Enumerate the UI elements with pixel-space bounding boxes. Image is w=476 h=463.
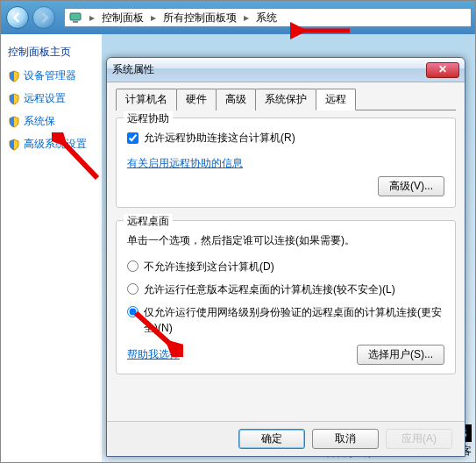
apply-button[interactable]: 应用(A) [386, 429, 452, 449]
svg-line-4 [136, 313, 173, 346]
breadcrumb[interactable]: ▸ 控制面板 ▸ 所有控制面板项 ▸ 系统 [64, 8, 472, 27]
close-icon: ✕ [438, 63, 447, 75]
arrow-right-icon [39, 12, 49, 23]
radio-label: 允许运行任意版本远程桌面的计算机连接(较不安全)(L) [144, 281, 395, 297]
explorer-topbar: ▸ 控制面板 ▸ 所有控制面板项 ▸ 系统 [1, 1, 475, 34]
radio-dont-allow[interactable] [127, 260, 139, 272]
sidebar-heading: 控制面板主页 [8, 45, 95, 60]
chevron-right-icon: ▸ [86, 11, 98, 24]
group-legend: 远程协助 [124, 111, 173, 126]
dialog-titlebar[interactable]: 系统属性 ✕ [107, 58, 465, 82]
arrow-left-icon [12, 12, 23, 23]
sidebar-link-label: 设备管理器 [24, 68, 76, 83]
group-legend: 远程桌面 [124, 214, 173, 229]
chevron-right-icon: ▸ [240, 11, 252, 24]
annotation-arrow-icon [290, 22, 352, 39]
shield-icon [8, 70, 20, 82]
remote-assistance-info-link[interactable]: 有关启用远程协助的信息 [127, 157, 243, 169]
dialog-footer: 确定 取消 应用(A) [107, 421, 465, 456]
tab-strip: 计算机名 硬件 高级 系统保护 远程 [116, 88, 456, 110]
shield-icon [8, 93, 20, 105]
sidebar-link-device-manager[interactable]: 设备管理器 [8, 68, 95, 83]
sidebar-link-label: 系统保 [24, 114, 55, 129]
tab-remote[interactable]: 远程 [316, 89, 356, 110]
sidebar-link-label: 远程设置 [24, 91, 66, 106]
computer-icon [68, 11, 82, 25]
breadcrumb-item[interactable]: 控制面板 [98, 11, 147, 25]
tab-advanced[interactable]: 高级 [216, 89, 256, 110]
checkbox-label: 允许远程协助连接这台计算机(R) [144, 131, 295, 146]
tab-hardware[interactable]: 硬件 [176, 89, 217, 110]
radio-label: 仅允许运行使用网络级别身份验证的远程桌面的计算机连接(更安全)(N) [144, 304, 444, 336]
chevron-right-icon: ▸ [147, 11, 160, 24]
sidebar: 控制面板主页 设备管理器 远程设置 系统保 高级系统设置 [1, 34, 102, 462]
sidebar-link-system-protection[interactable]: 系统保 [8, 114, 95, 129]
shield-icon [8, 139, 20, 151]
group-description: 单击一个选项，然后指定谁可以连接(如果需要)。 [127, 233, 444, 248]
ok-button[interactable]: 确定 [238, 429, 305, 449]
svg-rect-0 [70, 13, 81, 20]
radio-label: 不允许连接到这台计算机(D) [144, 259, 274, 274]
dialog-title: 系统属性 [112, 62, 426, 77]
advanced-button[interactable]: 高级(V)... [378, 176, 444, 196]
svg-rect-1 [73, 21, 78, 23]
svg-line-3 [60, 139, 97, 178]
remote-assistance-group: 远程协助 允许远程协助连接这台计算机(R) 有关启用远程协助的信息 高级(V).… [116, 118, 456, 208]
select-users-button[interactable]: 选择用户(S)... [357, 345, 444, 365]
breadcrumb-item[interactable]: 所有控制面板项 [160, 11, 240, 25]
system-properties-dialog: 系统属性 ✕ 计算机名 硬件 高级 系统保护 远程 远程协助 允许远程协助连接这… [106, 57, 465, 457]
radio-allow-any[interactable] [127, 283, 139, 295]
cancel-button[interactable]: 取消 [312, 429, 379, 449]
tab-system-protection[interactable]: 系统保护 [255, 89, 316, 110]
forward-button[interactable] [32, 6, 55, 29]
breadcrumb-item[interactable]: 系统 [252, 11, 281, 25]
tab-computer-name[interactable]: 计算机名 [116, 89, 177, 110]
close-button[interactable]: ✕ [426, 62, 459, 78]
shield-icon [8, 116, 20, 128]
back-button[interactable] [6, 6, 29, 29]
annotation-arrow-icon [131, 308, 183, 357]
sidebar-link-remote-settings[interactable]: 远程设置 [8, 91, 95, 106]
allow-remote-assistance-checkbox[interactable] [127, 132, 139, 144]
annotation-arrow-icon [52, 132, 104, 185]
